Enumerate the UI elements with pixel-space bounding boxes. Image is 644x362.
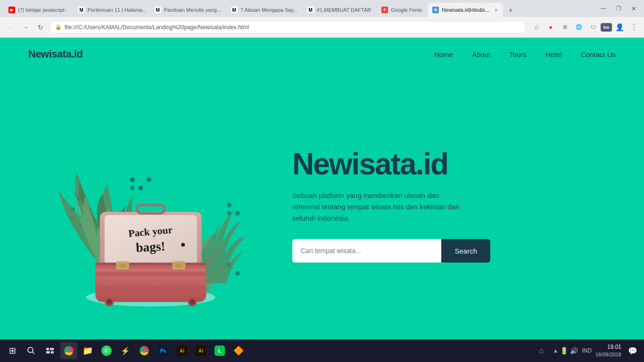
svg-point-23 (181, 243, 185, 247)
tab-new-page[interactable]: ▶ (7) belajar javascript - (4, 3, 73, 17)
reload-button[interactable]: ↻ (34, 21, 47, 34)
svg-point-32 (107, 299, 112, 305)
svg-rect-42 (51, 351, 54, 354)
restore-button[interactable]: ❐ (612, 2, 625, 15)
taskbar-whatsapp-icon[interactable]: ✆ (98, 342, 115, 359)
taskbar-file-icon[interactable]: 📁 (79, 342, 96, 359)
svg-rect-40 (50, 348, 54, 350)
taskbar: ⊞ 📁 ✆ ⚡ (0, 339, 644, 362)
nav-hotel[interactable]: Hotel (545, 50, 562, 58)
user-badge-icon[interactable]: bw (601, 23, 612, 32)
brand-logo[interactable]: Newisata.id (28, 48, 83, 60)
nav-contact[interactable]: Contact Us (581, 50, 616, 58)
tab-label: 7 Alasan Mengapa Say... (240, 7, 298, 13)
svg-point-9 (227, 203, 231, 207)
nav-home[interactable]: Home (434, 50, 453, 58)
url-text: file:///C:/Users/KAMAL/Documents/Landing… (65, 24, 249, 31)
tab-favicon: N (432, 7, 439, 13)
minimize-button[interactable]: ─ (597, 2, 610, 15)
hero-title: Newisata.id (292, 148, 597, 181)
page-content: Newisata.id Home About Tours Hotel Conta… (0, 38, 644, 339)
tab-favicon: M (231, 7, 238, 13)
tab-label: Google Fonts (391, 7, 422, 13)
svg-text:bags!: bags! (135, 239, 165, 255)
tab-newisata-active[interactable]: N Newisata.id|Hits&k... ✕ (428, 3, 503, 17)
toolbar-icons: ☆ ● ⊞ 🌐 🛡 bw 👤 ⋮ (530, 21, 640, 34)
taskbar-date-value: 16/09/2018 (595, 351, 621, 358)
action-center-icon[interactable]: 💬 (625, 343, 640, 358)
tab-favicon: M (307, 7, 314, 13)
tab-label: #1,MEMBUAT DAFTAR (317, 7, 372, 13)
hero-section: Pack your bags! (0, 71, 644, 339)
extensions-icon[interactable]: ⊞ (558, 21, 571, 34)
svg-rect-41 (46, 351, 50, 354)
svg-point-6 (138, 186, 143, 190)
taskbar-time-value: 19.01 (595, 343, 621, 351)
svg-point-34 (190, 299, 195, 305)
svg-rect-35 (95, 272, 206, 276)
tab-membuat[interactable]: M #1,MEMBUAT DAFTAR (303, 3, 376, 17)
taskbar-ai2-icon[interactable]: Ai (192, 342, 209, 359)
close-tab-icon[interactable]: ✕ (492, 6, 500, 14)
tab-label: Newisata.id|Hits&k... (442, 7, 489, 13)
taskbar-ps-icon[interactable]: Ps (155, 342, 172, 359)
taskbar-ai-icon[interactable]: Ai (173, 342, 190, 359)
nav-about[interactable]: About (472, 50, 490, 58)
nav-tours[interactable]: Tours (509, 50, 527, 58)
taskbar-arrow-up: ▲ (553, 347, 558, 354)
taskbar-vlc-icon[interactable]: 🔶 (230, 342, 247, 359)
svg-point-13 (235, 271, 240, 276)
forward-button[interactable]: → (19, 21, 32, 34)
menu-icon[interactable]: ⋮ (627, 21, 640, 34)
hero-subtitle: Sebuah platform yang memberikan ulasan d… (292, 190, 462, 224)
opera-icon[interactable]: ● (544, 21, 557, 34)
navbar: Newisata.id Home About Tours Hotel Conta… (0, 38, 644, 71)
svg-rect-36 (95, 286, 206, 289)
taskbar-search-icon[interactable] (23, 342, 40, 359)
taskbar-battery-icon: 🔋 (560, 347, 568, 354)
tab-bar: ▶ (7) belajar javascript - M Pertemuan 1… (0, 0, 644, 17)
tab-google-fonts[interactable]: F Google Fonts (377, 3, 427, 17)
back-button[interactable]: ← (4, 21, 17, 34)
start-button[interactable]: ⊞ (4, 342, 21, 359)
url-bar[interactable]: 🔒 file:///C:/Users/KAMAL/Documents/Landi… (49, 21, 526, 34)
svg-point-10 (235, 211, 240, 216)
taskbar-chrome-icon[interactable] (60, 342, 77, 359)
tab-label: Pertemuan 11 | Halama... (88, 7, 147, 13)
shield-icon[interactable]: 🛡 (586, 21, 600, 34)
taskbar-line-icon[interactable]: L (211, 342, 228, 359)
taskbar-taskview-icon[interactable] (41, 342, 58, 359)
svg-rect-16 (95, 265, 206, 302)
taskbar-volume-icon: 🔊 (570, 347, 578, 354)
nav-links: Home About Tours Hotel Contact Us (434, 50, 616, 58)
svg-rect-29 (118, 263, 127, 268)
address-bar: ← → ↻ 🔒 file:///C:/Users/KAMAL/Documents… (0, 17, 644, 38)
tab-alasan[interactable]: M 7 Alasan Mengapa Say... (226, 3, 302, 17)
taskbar-clock: 19.01 16/09/2018 (595, 343, 621, 358)
vpn-icon[interactable]: 🌐 (572, 21, 586, 34)
notification-icon[interactable]: ⌂ (534, 343, 549, 358)
bookmark-icon[interactable]: ☆ (530, 21, 543, 34)
taskbar-right: ⌂ ▲ 🔋 🔊 IND 19.01 16/09/2018 💬 (534, 343, 640, 358)
search-button[interactable]: Search (441, 239, 490, 263)
new-tab-button[interactable]: + (504, 4, 517, 17)
profile-icon[interactable]: 👤 (613, 21, 626, 34)
search-input[interactable] (292, 239, 441, 263)
tab-favicon: ▶ (8, 7, 15, 13)
search-box: Search (292, 239, 490, 263)
close-button[interactable]: ✕ (627, 2, 640, 15)
tab-panduan[interactable]: M Panduan Menulis yang... (150, 3, 225, 17)
svg-point-8 (130, 186, 135, 190)
svg-line-38 (33, 352, 35, 354)
taskbar-filezilla-icon[interactable]: ⚡ (117, 342, 134, 359)
secure-icon: 🔒 (55, 24, 62, 30)
svg-rect-30 (175, 263, 183, 268)
tab-favicon: M (78, 7, 85, 13)
hero-text: Newisata.id Sebuah platform yang memberi… (264, 148, 616, 263)
tab-pertemuan[interactable]: M Pertemuan 11 | Halama... (74, 3, 149, 17)
taskbar-chrome2-icon[interactable] (136, 342, 153, 359)
language-label: IND (582, 347, 592, 354)
svg-rect-39 (46, 348, 49, 350)
tab-label: Panduan Menulis yang... (164, 7, 221, 13)
browser-window: ▶ (7) belajar javascript - M Pertemuan 1… (0, 0, 644, 362)
